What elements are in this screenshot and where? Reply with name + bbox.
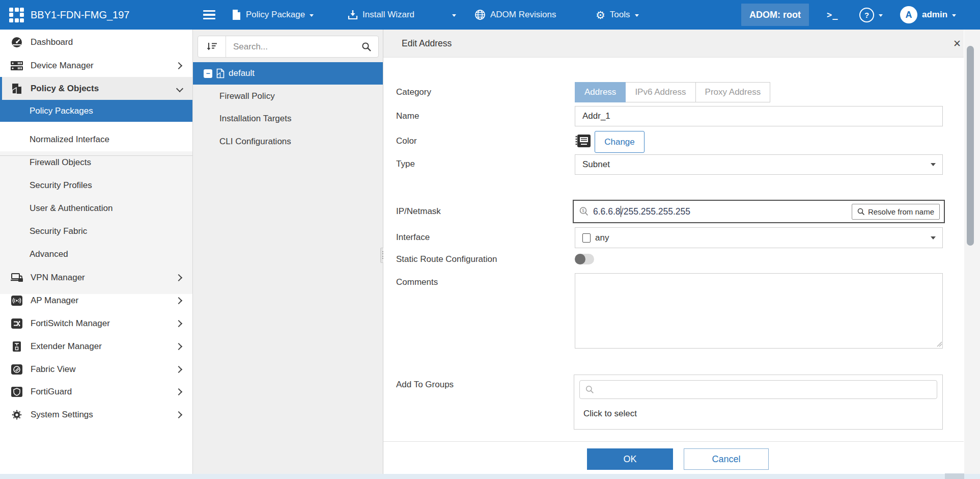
color-change-button[interactable]: Change [595, 131, 645, 153]
chevron-down-icon [452, 14, 456, 17]
hamburger-icon [203, 10, 215, 19]
policy-objects-icon [10, 82, 23, 95]
static-route-toggle[interactable] [575, 254, 594, 264]
avatar: A [900, 6, 917, 23]
category-segmented-control: Address IPv6 Address Proxy Address [575, 82, 770, 102]
add-to-groups-box[interactable]: Click to select [574, 375, 943, 430]
sidebar-item-device-manager[interactable]: Device Manager [0, 55, 192, 77]
click-to-select-hint[interactable]: Click to select [583, 409, 637, 419]
package-node-cli-configurations[interactable]: CLI Configurations [193, 130, 410, 153]
sidebar-item-ap-manager[interactable]: AP Manager [0, 289, 192, 312]
vpn-manager-icon [10, 271, 23, 284]
policy-packages-panel: − default Firewall Policy Installation T… [193, 30, 383, 479]
category-option-proxy[interactable]: Proxy Address [696, 82, 771, 102]
horizontal-scrollbar-track[interactable] [0, 474, 980, 479]
chevron-right-icon [175, 297, 182, 304]
sort-icon [206, 42, 217, 52]
sidebar-item-normalized-interface[interactable]: Normalized Interface [0, 128, 192, 151]
name-label: Name [396, 111, 419, 121]
menu-tools[interactable]: ⚙ Tools [596, 0, 639, 30]
chevron-down-icon [176, 85, 183, 92]
search-icon [585, 385, 594, 394]
fortimanager-app: BBY1-FDN-FMG_197 Policy Package Install … [0, 0, 980, 479]
name-input[interactable] [575, 106, 943, 126]
cancel-button[interactable]: Cancel [684, 448, 769, 470]
ok-button[interactable]: OK [587, 448, 673, 470]
toggle-knob [575, 254, 585, 264]
chevron-right-icon [175, 366, 182, 373]
groups-search-input[interactable] [598, 385, 937, 395]
package-search-input[interactable] [226, 42, 355, 52]
sidebar-item-dashboard[interactable]: Dashboard [0, 31, 192, 54]
package-node-firewall-policy[interactable]: Firewall Policy [193, 85, 410, 108]
category-option-address[interactable]: Address [575, 82, 626, 102]
document-icon [232, 9, 241, 21]
app-title: BBY1-FDN-FMG_197 [31, 0, 130, 30]
dashboard-icon [10, 36, 23, 49]
sidebar-item-vpn-manager[interactable]: VPN Manager [0, 267, 192, 289]
terminal-icon: >_ [827, 10, 838, 20]
package-node-installation-targets[interactable]: Installation Targets [193, 108, 410, 130]
sidebar-item-system-settings[interactable]: System Settings [0, 404, 192, 426]
menu-policy-package[interactable]: Policy Package [232, 0, 314, 30]
hamburger-menu[interactable] [203, 0, 215, 30]
device-manager-icon [10, 59, 23, 72]
help-menu[interactable]: ? [859, 0, 883, 30]
sidebar-item-policy-packages[interactable]: Policy Packages [0, 100, 192, 122]
adom-badge-wrap[interactable]: ADOM: root [741, 0, 809, 30]
footer-divider [383, 441, 964, 442]
scrollbar-corner [945, 473, 964, 479]
resolve-search-icon: $ [579, 206, 589, 217]
sidebar-item-user-authentication[interactable]: User & Authentication [0, 197, 192, 220]
install-wizard-dropdown[interactable] [452, 0, 456, 30]
package-search-bar [198, 36, 379, 58]
editor-header [383, 30, 964, 58]
sidebar-item-policy-objects[interactable]: Policy & Objects [0, 77, 194, 100]
sidebar-item-security-fabric[interactable]: Security Fabric [0, 220, 192, 243]
menu-install-wizard[interactable]: Install Wizard [348, 0, 414, 30]
grid-icon [9, 8, 24, 22]
sidebar-item-fortiguard[interactable]: FortiGuard [0, 381, 192, 403]
adom-badge: ADOM: root [741, 4, 809, 26]
top-bar: BBY1-FDN-FMG_197 Policy Package Install … [0, 0, 980, 30]
interface-label: Interface [396, 232, 430, 243]
category-option-ipv6[interactable]: IPv6 Address [626, 82, 695, 102]
close-icon[interactable]: ✕ [950, 30, 964, 57]
comments-textarea[interactable] [575, 273, 943, 349]
package-node-default[interactable]: − default [193, 62, 394, 85]
sidebar-item-security-profiles[interactable]: Security Profiles [0, 174, 192, 197]
cli-console-button[interactable]: >_ [827, 0, 838, 30]
color-label: Color [396, 136, 417, 146]
sidebar-item-fabric-view[interactable]: Fabric View [0, 358, 192, 381]
gear-icon: ⚙ [596, 10, 605, 20]
static-route-label: Static Route Configuration [396, 254, 497, 264]
groups-search-field[interactable] [579, 380, 937, 399]
vertical-scrollbar-thumb[interactable] [967, 46, 974, 246]
ip-netmask-value: 6.6.6.8/255.255.255.255 [593, 206, 690, 217]
type-select[interactable]: Subnet [575, 154, 943, 175]
resolve-from-name-button[interactable]: Resolve from name [852, 204, 940, 220]
chevron-down-icon [931, 236, 936, 240]
help-icon: ? [859, 8, 874, 22]
sidebar-item-extender-manager[interactable]: Extender Manager [0, 335, 192, 358]
type-label: Type [396, 159, 415, 169]
sidebar-item-fortiswitch-manager[interactable]: FortiSwitch Manager [0, 312, 192, 335]
chevron-right-icon [175, 62, 182, 69]
menu-adom-revisions[interactable]: ADOM Revisions [474, 0, 556, 30]
fortiguard-icon [10, 385, 23, 398]
sidebar-item-firewall-objects[interactable]: Firewall Objects [0, 151, 192, 174]
chevron-down-icon [931, 163, 936, 166]
user-menu[interactable]: A admin [900, 0, 956, 30]
ip-netmask-input[interactable]: $ 6.6.6.8/255.255.255.255 Resolve from n… [573, 200, 945, 223]
sidebar-item-advanced[interactable]: Advanced [0, 243, 192, 265]
settings-gear-icon [10, 408, 23, 421]
username: admin [922, 10, 947, 20]
add-to-groups-label: Add To Groups [396, 380, 454, 390]
interface-select[interactable]: any [575, 227, 943, 248]
collapse-icon[interactable]: − [204, 69, 212, 78]
apps-grid-icon[interactable] [9, 0, 24, 30]
search-submit[interactable] [355, 42, 378, 52]
sort-button[interactable] [198, 36, 226, 57]
fabric-view-icon [10, 363, 23, 376]
install-icon [348, 9, 358, 20]
